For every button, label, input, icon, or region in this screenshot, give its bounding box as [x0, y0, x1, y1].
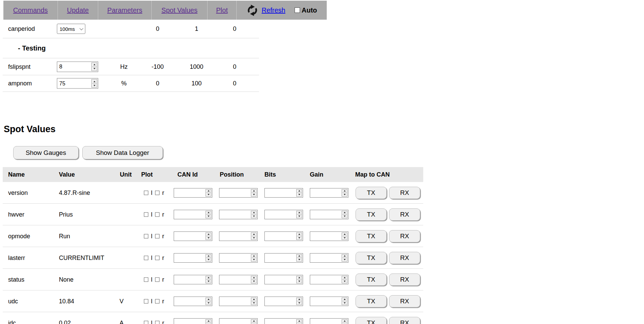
gain-input[interactable] [310, 275, 341, 284]
spinner-control[interactable] [342, 189, 347, 197]
spin-down-icon[interactable] [344, 237, 346, 239]
spin-up-icon[interactable] [208, 234, 210, 235]
plot-left-checkbox[interactable] [144, 234, 148, 238]
position-input[interactable] [219, 232, 250, 241]
spinner-control[interactable] [251, 189, 257, 197]
gain-input[interactable] [310, 232, 341, 241]
spot-values-link[interactable]: Spot Values [162, 6, 197, 14]
spin-down-icon[interactable] [298, 237, 300, 239]
spin-up-icon[interactable] [93, 64, 95, 65]
refresh-link[interactable]: Refresh [262, 6, 285, 14]
spin-up-icon[interactable] [298, 299, 300, 300]
spinner-control[interactable] [342, 298, 347, 305]
gain-input[interactable] [310, 188, 341, 197]
bits-input[interactable] [265, 210, 296, 219]
spin-up-icon[interactable] [298, 255, 300, 257]
bits-input[interactable] [265, 319, 296, 324]
can-id-input[interactable] [174, 297, 205, 306]
spin-up-icon[interactable] [344, 212, 346, 213]
rx-button[interactable]: RX [389, 252, 420, 264]
spinner-control[interactable] [206, 189, 211, 197]
spin-up-icon[interactable] [253, 320, 255, 322]
gain-input[interactable] [310, 254, 341, 262]
nav-item-commands[interactable]: Commands [3, 1, 58, 20]
spinner-control[interactable] [251, 254, 257, 262]
position-input[interactable] [219, 275, 250, 284]
spinner-control[interactable] [251, 211, 257, 218]
spin-down-icon[interactable] [253, 302, 255, 304]
spin-down-icon[interactable] [344, 259, 346, 260]
spin-up-icon[interactable] [298, 277, 300, 278]
tx-button[interactable]: TX [356, 208, 387, 221]
spin-down-icon[interactable] [298, 194, 300, 195]
spin-down-icon[interactable] [298, 216, 300, 217]
spinner-control[interactable] [296, 232, 302, 240]
spinner-control[interactable] [206, 211, 211, 218]
spin-down-icon[interactable] [298, 302, 300, 304]
spin-up-icon[interactable] [298, 212, 300, 213]
spin-down-icon[interactable] [208, 259, 210, 260]
update-link[interactable]: Update [67, 6, 89, 14]
spinner-control[interactable] [342, 276, 347, 283]
bits-input[interactable] [265, 254, 296, 262]
refresh-circular-arrows-icon[interactable] [246, 4, 259, 17]
can-id-input[interactable] [174, 232, 205, 241]
spin-down-icon[interactable] [253, 194, 255, 195]
spin-up-icon[interactable] [253, 190, 255, 191]
rx-button[interactable]: RX [389, 187, 420, 199]
position-input[interactable] [219, 188, 250, 197]
spinner-control[interactable] [296, 211, 302, 218]
spin-down-icon[interactable] [208, 237, 210, 239]
spin-up-icon[interactable] [208, 277, 210, 278]
position-input[interactable] [219, 319, 250, 324]
spin-down-icon[interactable] [208, 302, 210, 304]
spin-down-icon[interactable] [253, 259, 255, 260]
spinner-control[interactable] [296, 189, 302, 197]
bits-input[interactable] [265, 188, 296, 197]
plot-left-checkbox[interactable] [144, 299, 148, 303]
spinner-control[interactable] [91, 62, 97, 71]
spin-down-icon[interactable] [208, 281, 210, 282]
commands-link[interactable]: Commands [13, 6, 48, 14]
spinner-control[interactable] [206, 319, 211, 324]
spin-down-icon[interactable] [253, 237, 255, 239]
spinner-control[interactable] [251, 319, 257, 324]
spinner-control[interactable] [342, 232, 347, 240]
spin-up-icon[interactable] [208, 255, 210, 257]
spin-up-icon[interactable] [344, 234, 346, 235]
spinner-control[interactable] [296, 254, 302, 262]
spin-up-icon[interactable] [253, 277, 255, 278]
bits-input[interactable] [265, 297, 296, 306]
spin-down-icon[interactable] [93, 85, 95, 86]
tx-button[interactable]: TX [356, 230, 387, 242]
can-id-input[interactable] [174, 319, 205, 324]
spin-up-icon[interactable] [93, 81, 95, 82]
spinner-control[interactable] [251, 232, 257, 240]
fslipspnt-input[interactable] [57, 62, 91, 72]
plot-link[interactable]: Plot [216, 6, 228, 14]
tx-button[interactable]: TX [356, 274, 387, 286]
parameters-link[interactable]: Parameters [107, 6, 142, 14]
plot-left-checkbox[interactable] [144, 212, 148, 217]
spin-up-icon[interactable] [344, 190, 346, 191]
spin-up-icon[interactable] [298, 320, 300, 322]
spin-up-icon[interactable] [253, 234, 255, 235]
rx-button[interactable]: RX [389, 274, 420, 286]
gain-input[interactable] [310, 319, 341, 324]
can-id-input[interactable] [174, 210, 205, 219]
spin-down-icon[interactable] [208, 216, 210, 217]
spin-up-icon[interactable] [344, 255, 346, 257]
plot-right-checkbox[interactable] [155, 299, 159, 303]
plot-right-checkbox[interactable] [155, 212, 159, 217]
spin-down-icon[interactable] [298, 281, 300, 282]
position-input[interactable] [219, 254, 250, 262]
rx-button[interactable]: RX [389, 317, 420, 324]
show-data-logger-button[interactable]: Show Data Logger [82, 146, 163, 159]
spin-up-icon[interactable] [344, 320, 346, 322]
spinner-control[interactable] [296, 319, 302, 324]
plot-right-checkbox[interactable] [155, 190, 159, 195]
can-id-input[interactable] [174, 188, 205, 197]
spin-up-icon[interactable] [253, 299, 255, 300]
position-input[interactable] [219, 210, 250, 219]
plot-right-checkbox[interactable] [155, 321, 159, 324]
